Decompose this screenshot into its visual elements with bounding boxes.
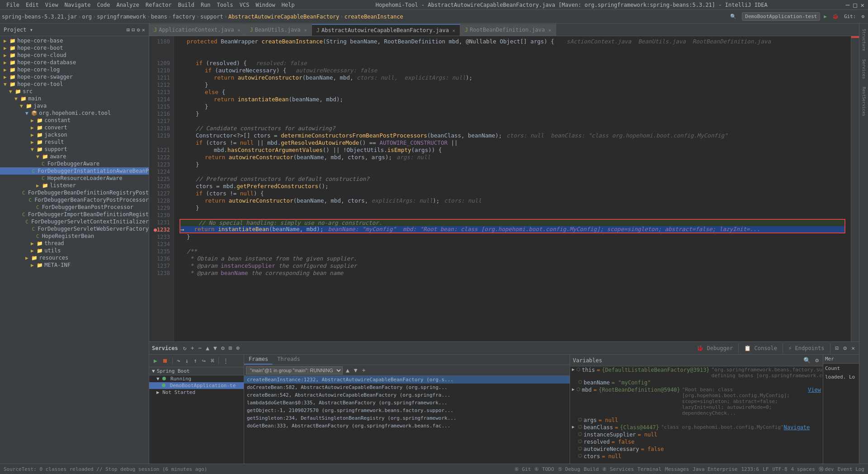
tab-close-icon[interactable]: ✕ bbox=[304, 28, 307, 33]
frames-tab[interactable]: Frames bbox=[244, 355, 273, 365]
sidebar-item-fordebuggerbeandefinition[interactable]: C ForDebuggerBeanDefinitionRegistryPost bbox=[0, 189, 149, 196]
sidebar-item-result[interactable]: ▶ 📁 result bbox=[0, 138, 149, 146]
close-button[interactable]: ✕ bbox=[861, 1, 864, 9]
stop-btn[interactable]: ⏹ bbox=[160, 356, 170, 365]
thread-up-btn[interactable]: ▲ bbox=[344, 366, 351, 374]
sidebar-item-fordebuggeraware[interactable]: C ForDebuggerAware bbox=[0, 160, 149, 167]
status-debug[interactable]: ⑤ Debug bbox=[558, 466, 580, 473]
status-messages[interactable]: Messages bbox=[665, 466, 689, 473]
sidebar-item-hope-core-swagger[interactable]: ▶ 📁 hope-core-swagger bbox=[0, 73, 149, 81]
sidebar-item-fordebuggerservlet[interactable]: C ForDebuggerServletContextInitializer bbox=[0, 218, 149, 225]
thread-down-btn[interactable]: ▼ bbox=[353, 366, 359, 374]
sidebar-item-fordebuggerbean-factory[interactable]: C ForDebuggerBeanFactoryPostProcessor bbox=[0, 196, 149, 204]
far-right-services[interactable]: Services bbox=[861, 56, 867, 82]
menu-code[interactable]: Code bbox=[94, 1, 113, 9]
srv-remove-btn[interactable]: − bbox=[197, 344, 203, 352]
srv-filter-btn[interactable]: ⊞ bbox=[227, 344, 234, 352]
sidebar-item-hoperegisterbean[interactable]: C HopeRegisterBean bbox=[0, 232, 149, 240]
srv-group-btn[interactable]: ⚙ bbox=[220, 344, 226, 352]
far-right-structure[interactable]: Structure bbox=[861, 25, 867, 55]
srv-plus2-btn[interactable]: ⊕ bbox=[235, 344, 241, 352]
status-branch[interactable]: ⑭ dev bbox=[819, 466, 834, 473]
far-right-rest[interactable]: RestServices bbox=[861, 83, 867, 120]
running-group[interactable]: ▼ Running bbox=[149, 375, 244, 382]
frame-item-5[interactable]: getSingleton:234, DefaultSingletonBeanRe… bbox=[244, 414, 570, 422]
sidebar-settings-icon[interactable]: ⚙ bbox=[137, 27, 140, 33]
tab-debugger[interactable]: 🐞 Debugger bbox=[691, 343, 739, 353]
tab-close-icon[interactable]: ✕ bbox=[237, 28, 240, 33]
menu-edit[interactable]: Edit bbox=[23, 1, 42, 9]
sidebar-item-hope-core-base[interactable]: ▶ 📁 hope-core-base bbox=[0, 37, 149, 44]
sidebar-item-convert[interactable]: ▶ 📁 convert bbox=[0, 124, 149, 131]
menu-window[interactable]: Window bbox=[253, 1, 278, 9]
sidebar-item-jackson[interactable]: ▶ 📁 jackson bbox=[0, 131, 149, 138]
code-content[interactable]: protected BeanWrapper createBeanInstance… bbox=[174, 36, 851, 341]
breadcrumb-method[interactable]: createBeanInstance bbox=[344, 14, 403, 20]
tab-rootbeandefinition[interactable]: J AbstractAutowireCapableBeanFactory.jav… bbox=[312, 24, 460, 36]
variables-settings-icon[interactable]: ⚙ bbox=[814, 356, 820, 365]
sidebar-item-hope-core-log[interactable]: ▶ 📁 hope-core-log bbox=[0, 66, 149, 73]
menu-view[interactable]: View bbox=[42, 1, 61, 9]
sidebar-expand-icon[interactable]: ⊞ bbox=[127, 27, 130, 33]
var-this[interactable]: ▶ ⬡ this = {DefaultListableBeanFactory@3… bbox=[570, 366, 823, 379]
sidebar-item-src[interactable]: ▼ 📁 src bbox=[0, 88, 149, 95]
var-expand-icon[interactable]: ▶ bbox=[572, 387, 575, 392]
demo-boot-instance[interactable]: DemoBootApplication-te bbox=[149, 382, 244, 389]
frame-item-4[interactable]: getObject:-1, 2109027570 (org.springfram… bbox=[244, 407, 570, 414]
sidebar-item-fordebuggerimport[interactable]: C ForDebuggerImportBeanDefinitionRegist bbox=[0, 211, 149, 218]
status-linesep[interactable]: LF bbox=[763, 466, 769, 473]
var-resolved[interactable]: ⬡ resolved = false bbox=[570, 438, 823, 446]
evaluate-btn[interactable]: ⌘ bbox=[209, 356, 216, 365]
sidebar-item-main[interactable]: ▼ 📁 main bbox=[0, 95, 149, 102]
variables-search-icon[interactable]: 🔍 bbox=[802, 356, 812, 365]
frame-item-6[interactable]: doGetBean:333, AbstractBeanFactory (org.… bbox=[244, 422, 570, 430]
run-to-cursor-btn[interactable]: ↪ bbox=[200, 356, 208, 365]
menu-refactor[interactable]: Refactor bbox=[143, 1, 175, 9]
frame-item-0[interactable]: createBeanInstance:1232, AbstractAutowir… bbox=[244, 376, 570, 384]
bottom-settings-icon[interactable]: ⚙ bbox=[842, 344, 848, 352]
srv-rerun-btn[interactable]: ↻ bbox=[182, 344, 188, 352]
status-git[interactable]: ⑥ Git bbox=[514, 466, 531, 473]
var-navigate-link[interactable]: Navigate bbox=[784, 424, 810, 431]
debug-button[interactable]: 🐞 bbox=[830, 13, 840, 20]
toolbar-vcs[interactable]: Git: bbox=[842, 13, 858, 20]
sidebar-item-fordebuggerservletweb[interactable]: C ForDebuggerServletWebServerFactory bbox=[0, 225, 149, 232]
frame-item-1[interactable]: doCreateBean:582, AbstractAutowireCapabl… bbox=[244, 384, 570, 391]
breadcrumb-jar[interactable]: spring-beans-5.3.21.jar bbox=[2, 14, 77, 20]
sidebar-item-constant[interactable]: ▶ 📁 constant bbox=[0, 117, 149, 124]
menu-analyze[interactable]: Analyze bbox=[113, 1, 142, 9]
frame-item-2[interactable]: createBean:542, AbstractAutowireCapableB… bbox=[244, 391, 570, 399]
sidebar-item-listener[interactable]: ▶ 📁 listener bbox=[0, 182, 149, 189]
var-ctors[interactable]: ⬡ ctors = null bbox=[570, 453, 823, 460]
menu-vcs[interactable]: VCS bbox=[237, 1, 252, 9]
srv-down-btn[interactable]: ▼ bbox=[212, 344, 218, 352]
frame-item-3[interactable]: lambda$doGetBean$0:335, AbstractBeanFact… bbox=[244, 399, 570, 407]
breadcrumb-springframework[interactable]: springframework bbox=[97, 14, 146, 20]
breadcrumb-support[interactable]: support bbox=[200, 14, 223, 20]
threads-tab[interactable]: Threads bbox=[273, 355, 305, 365]
breadcrumb-org[interactable]: org bbox=[82, 14, 92, 20]
breadcrumb-beans[interactable]: beans bbox=[151, 14, 167, 20]
menu-build[interactable]: Build bbox=[175, 1, 197, 9]
thread-add-btn[interactable]: + bbox=[361, 366, 367, 374]
bottom-expand-icon[interactable]: ⊡ bbox=[834, 344, 840, 352]
status-event-log[interactable]: Event Log bbox=[837, 466, 864, 473]
tab-beanutils[interactable]: J BeanUtils.java ✕ bbox=[245, 24, 311, 36]
toolbar-search[interactable]: 🔍 bbox=[728, 13, 738, 20]
breadcrumb-class[interactable]: AbstractAutowireCapableBeanFactory bbox=[228, 14, 340, 20]
var-beanclass[interactable]: ▶ ⬡ beanClass = {Class@4447} "class org.… bbox=[570, 424, 823, 431]
sidebar-item-thread[interactable]: ▶ 📁 thread bbox=[0, 240, 149, 247]
spring-boot-header[interactable]: ▼ Spring Boot bbox=[149, 367, 244, 375]
sidebar-item-resources[interactable]: ▶ 📁 resources bbox=[0, 254, 149, 261]
step-out-btn[interactable]: ↑ bbox=[192, 356, 199, 365]
status-encoding[interactable]: UTF-8 bbox=[772, 466, 787, 473]
status-java-enterprise[interactable]: Java Enterprise bbox=[693, 466, 737, 473]
sidebar-item-support[interactable]: ▼ 📁 support bbox=[0, 146, 149, 153]
sidebar-item-java[interactable]: ▼ 📁 java bbox=[0, 102, 149, 109]
tab-rootbeandefinition2[interactable]: J RootBeanDefinition.java ✕ bbox=[460, 24, 556, 36]
var-mbd[interactable]: ▶ ⬡ mbd = {RootBeanDefinition@5940} "Roo… bbox=[570, 386, 823, 417]
menu-run[interactable]: Run bbox=[198, 1, 213, 9]
var-expand-icon[interactable]: ▶ bbox=[572, 424, 576, 429]
sidebar-item-hope-core-boot[interactable]: ▶ 📁 hope-core-boot bbox=[0, 44, 149, 52]
menu-file[interactable]: File bbox=[4, 1, 22, 9]
